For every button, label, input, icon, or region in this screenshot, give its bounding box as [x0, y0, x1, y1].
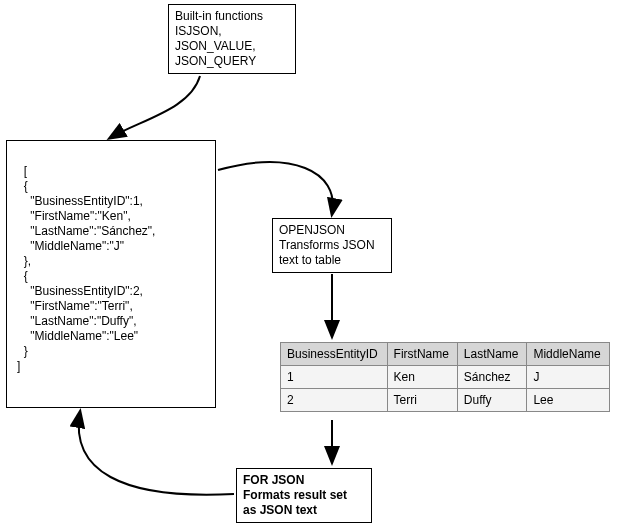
forjson-line1: FOR JSON: [243, 473, 365, 488]
builtins-line4: JSON_QUERY: [175, 54, 289, 69]
builtins-box: Built-in functions ISJSON, JSON_VALUE, J…: [168, 4, 296, 74]
table-cell: Lee: [527, 389, 610, 412]
table-header-row: BusinessEntityID FirstName LastName Midd…: [281, 343, 610, 366]
json-text-content: [ { "BusinessEntityID":1, "FirstName":"K…: [17, 164, 155, 373]
table-cell: J: [527, 366, 610, 389]
table-header: MiddleName: [527, 343, 610, 366]
table-header: FirstName: [387, 343, 457, 366]
table-cell: Duffy: [457, 389, 527, 412]
arrow-json-to-openjson: [218, 162, 333, 214]
table-header: BusinessEntityID: [281, 343, 388, 366]
table-cell: Sánchez: [457, 366, 527, 389]
builtins-line1: Built-in functions: [175, 9, 289, 24]
builtins-line3: JSON_VALUE,: [175, 39, 289, 54]
json-text-box: [ { "BusinessEntityID":1, "FirstName":"K…: [6, 140, 216, 408]
table-cell: 1: [281, 366, 388, 389]
table-cell: 2: [281, 389, 388, 412]
table-header: LastName: [457, 343, 527, 366]
builtins-line2: ISJSON,: [175, 24, 289, 39]
openjson-line2: Transforms JSON: [279, 238, 385, 253]
forjson-line3: as JSON text: [243, 503, 365, 518]
openjson-box: OPENJSON Transforms JSON text to table: [272, 218, 392, 273]
table-cell: Ken: [387, 366, 457, 389]
table-row: 1 Ken Sánchez J: [281, 366, 610, 389]
openjson-line1: OPENJSON: [279, 223, 385, 238]
table-row: 2 Terri Duffy Lee: [281, 389, 610, 412]
arrow-forjson-to-json: [79, 412, 234, 495]
result-table: BusinessEntityID FirstName LastName Midd…: [280, 342, 610, 412]
arrow-builtins-to-json: [110, 76, 200, 138]
forjson-box: FOR JSON Formats result set as JSON text: [236, 468, 372, 523]
table-cell: Terri: [387, 389, 457, 412]
forjson-line2: Formats result set: [243, 488, 365, 503]
openjson-line3: text to table: [279, 253, 385, 268]
